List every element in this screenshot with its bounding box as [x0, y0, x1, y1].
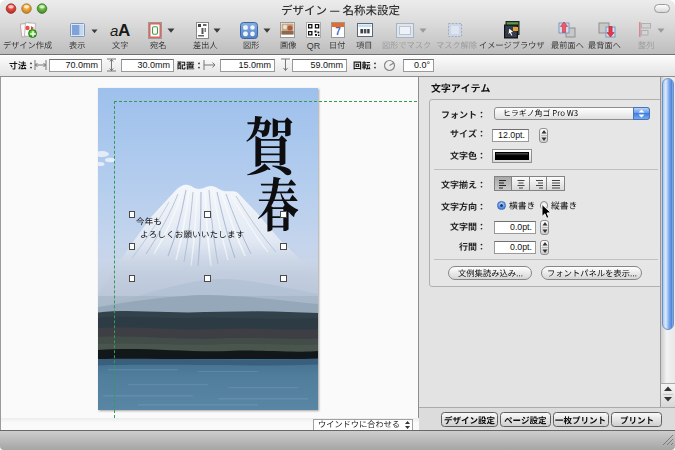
svg-text:7: 7: [335, 26, 341, 37]
